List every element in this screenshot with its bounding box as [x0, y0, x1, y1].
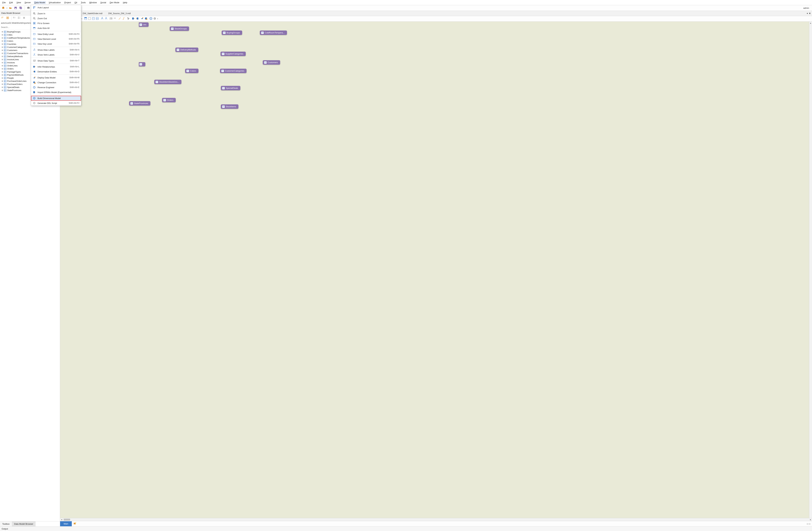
- list-icon[interactable]: [13, 16, 17, 20]
- menu-item-view-element-level[interactable]: View Element LevelShift+Alt+F5: [31, 36, 81, 41]
- tab-menu-caret-icon[interactable]: ▾: [807, 12, 808, 15]
- menu-item-show-verb-labels[interactable]: VShow Verb LabelsShift+Alt+V: [31, 52, 81, 57]
- expand-icon[interactable]: ⊞: [1, 43, 3, 45]
- expand-icon[interactable]: ⊞: [1, 61, 3, 64]
- menu-window[interactable]: Window: [89, 1, 98, 4]
- show-verb-icon[interactable]: V: [105, 17, 107, 20]
- left-tab-data-model-browser[interactable]: Data Model Browser: [12, 521, 35, 527]
- entity-box[interactable]: StockItemStockGro...: [154, 80, 182, 84]
- menu-item-show-alias-labels[interactable]: AShow Alias LabelsShift+Alt+A: [31, 47, 81, 52]
- menu-item-deploy-data-model[interactable]: Deploy Data ModelShift+Alt+M: [31, 75, 81, 80]
- entity-box[interactable]: SpecialDeals: [221, 86, 240, 90]
- menu-item-reverse-engineer[interactable]: Reverse EngineerShift+Alt+E: [31, 85, 81, 90]
- save-all-icon[interactable]: [19, 6, 23, 10]
- menu-item-fit-to-screen[interactable]: Fit to Screen: [31, 21, 81, 26]
- connector-icon[interactable]: [118, 17, 121, 20]
- expand-icon[interactable]: ⊞: [1, 77, 3, 79]
- menu-view[interactable]: View: [16, 1, 21, 4]
- expand-icon[interactable]: ⊞: [1, 89, 3, 91]
- export-icon[interactable]: [136, 17, 139, 20]
- connection-icon[interactable]: [145, 17, 147, 20]
- dropdown-caret-icon[interactable]: ▾: [157, 18, 158, 20]
- entity-box[interactable]: ColdRoomTempera...: [260, 30, 287, 35]
- menu-item-view-entity-level[interactable]: View Entity LevelShift+Alt+F4: [31, 32, 81, 36]
- menu-data-model[interactable]: Data Model: [34, 1, 46, 4]
- scrollbar-thumb[interactable]: [64, 519, 70, 521]
- footer-tab-main[interactable]: Main: [60, 521, 72, 526]
- menu-item-zoom-in[interactable]: Zoom In: [31, 11, 81, 16]
- entity-box[interactable]: SupplierCategories: [220, 51, 246, 56]
- entity-box[interactable]: Customers: [263, 60, 280, 64]
- db-icon[interactable]: [26, 6, 30, 10]
- expand-icon[interactable]: ⊞: [1, 37, 3, 39]
- expand-icon[interactable]: ⊞: [1, 40, 3, 42]
- pointer-icon[interactable]: [127, 17, 130, 20]
- output-panel-header[interactable]: Output: [0, 527, 812, 531]
- build-dimensional-icon[interactable]: [149, 17, 152, 20]
- view-option-icon[interactable]: [84, 17, 87, 20]
- menu-item-infer-relationships[interactable]: Infer RelationshipsShift+Alt+L: [31, 64, 81, 69]
- list-detail-icon[interactable]: [18, 16, 21, 20]
- menu-project[interactable]: Project: [64, 1, 71, 4]
- editor-tab[interactable]: DW_Source_DW_3.mdl: [105, 11, 134, 16]
- menu-item-build-dimensional-model[interactable]: Build Dimensional Model: [31, 96, 81, 101]
- menu-server[interactable]: Server: [24, 1, 31, 4]
- expand-icon[interactable]: ⊞: [1, 64, 3, 67]
- entity-box[interactable]: Orders: [162, 98, 176, 102]
- expand-icon[interactable]: ⊞: [1, 71, 3, 73]
- menu-file[interactable]: File: [2, 1, 6, 4]
- dropdown-caret-icon[interactable]: ▾: [6, 7, 7, 9]
- menu-social[interactable]: Social: [100, 1, 107, 4]
- expand-icon[interactable]: ⊞: [1, 80, 3, 82]
- diagram-canvas[interactable]: cesStockGroupsBuyingGroupsColdRoomTemper…: [60, 21, 812, 521]
- connector-icon[interactable]: [122, 17, 125, 20]
- scroll-right-icon[interactable]: ▸: [809, 518, 812, 521]
- menu-item-generate-ddl-script[interactable]: Generate DDL ScriptShift+Alt+F2: [31, 101, 81, 105]
- editor-tab[interactable]: DW_SaleNOrder.mdl: [80, 11, 105, 16]
- grid-icon[interactable]: [113, 17, 116, 20]
- expand-icon[interactable]: ⊞: [1, 31, 3, 33]
- entity-box[interactable]: BuyingGroups: [222, 30, 242, 35]
- menu-help[interactable]: Help: [122, 1, 128, 4]
- menu-git[interactable]: Git: [74, 1, 78, 4]
- entity-box[interactable]: DeliveryMethods: [175, 47, 198, 52]
- entity-box[interactable]: ces: [139, 23, 149, 27]
- entity-box[interactable]: Colors: [185, 69, 199, 73]
- view-option-icon[interactable]: [92, 17, 95, 20]
- entity-box[interactable]: StockItems: [221, 104, 238, 109]
- menu-item-import-erwin-model-experimental-[interactable]: Import ERWin Model (Experimental): [31, 90, 81, 95]
- menu-virtualization[interactable]: Virtualization: [48, 1, 61, 4]
- expand-icon[interactable]: ⊞: [1, 74, 3, 76]
- zoom-dropdown-caret-icon[interactable]: ▾: [81, 18, 82, 20]
- expand-icon[interactable]: ⊞: [1, 52, 3, 54]
- view-option-icon[interactable]: [96, 17, 99, 20]
- settings-gear-icon[interactable]: [153, 17, 156, 20]
- entity-box[interactable]: StockGroups: [170, 27, 189, 31]
- expand-icon[interactable]: ⊞: [1, 49, 3, 51]
- menu-item-denormalize-entities[interactable]: Denormalize EntitiesShift+Alt+D: [31, 69, 81, 74]
- deploy-icon[interactable]: [141, 17, 144, 20]
- expand-icon[interactable]: ⊞: [1, 68, 3, 70]
- close-icon[interactable]: [23, 16, 27, 20]
- new-project-icon[interactable]: [1, 6, 5, 10]
- menu-item-auto-layout[interactable]: Auto Layout: [31, 5, 81, 10]
- entity-box[interactable]: StateProvinces: [129, 101, 150, 105]
- expand-icon[interactable]: ⊞: [1, 58, 3, 61]
- import-icon[interactable]: [132, 17, 135, 20]
- expand-icon[interactable]: ⊞: [1, 55, 3, 58]
- next-page-icon[interactable]: ▷: [809, 522, 811, 525]
- menu-item-show-data-types[interactable]: 123Show Data TypesShift+Alt+T: [31, 58, 81, 63]
- menu-item-view-key-level[interactable]: View Key LevelShift+Alt+F6: [31, 41, 81, 46]
- menu-item-zoom-out[interactable]: Zoom Out: [31, 16, 81, 21]
- vertical-scrollbar[interactable]: ▴: [809, 21, 812, 518]
- menu-dev-mode[interactable]: Dev Mode: [109, 1, 120, 4]
- expand-icon[interactable]: ⊞: [1, 46, 3, 48]
- menu-item-auto-size-all[interactable]: Auto-Size All: [31, 26, 81, 30]
- expand-icon[interactable]: ⊞: [1, 83, 3, 85]
- left-tab-toolbox[interactable]: Toolbox: [0, 521, 12, 527]
- add-view-icon[interactable]: [72, 521, 78, 527]
- horizontal-scrollbar[interactable]: ◂ ▸: [60, 518, 812, 521]
- menu-item-change-connection[interactable]: Change ConnectionShift+Alt+C: [31, 80, 81, 85]
- menu-tools[interactable]: Tools: [80, 1, 86, 4]
- entity-box[interactable]: [139, 62, 145, 67]
